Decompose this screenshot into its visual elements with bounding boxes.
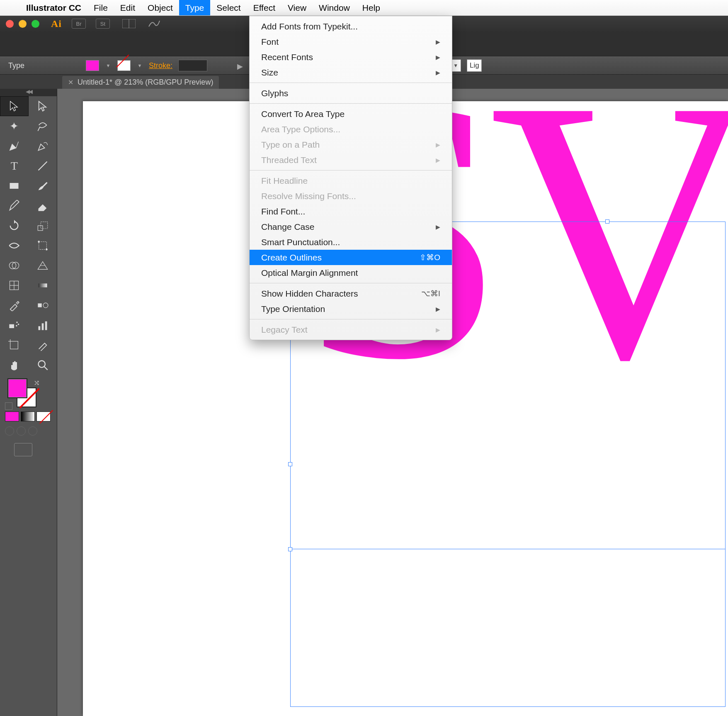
menubar-type[interactable]: Type <box>179 0 211 15</box>
selection-handle[interactable] <box>288 462 292 466</box>
svg-line-28 <box>44 367 47 370</box>
perspective-tool[interactable] <box>29 256 57 275</box>
artboard-tool[interactable] <box>0 335 29 355</box>
width-tool[interactable] <box>0 236 29 256</box>
menu-item-create-outlines[interactable]: Create Outlines⇧⌘O <box>250 250 452 265</box>
stroke-color-swatch[interactable] <box>117 60 131 71</box>
svg-rect-3 <box>10 183 19 189</box>
menu-item-recent-fonts[interactable]: Recent Fonts▶ <box>250 49 452 65</box>
rotate-tool[interactable] <box>0 216 29 236</box>
gpu-icon[interactable] <box>148 19 160 28</box>
fill-color-swatch[interactable] <box>86 60 99 71</box>
gradient-tool[interactable] <box>29 275 57 295</box>
draw-behind-icon[interactable] <box>17 426 26 436</box>
color-mode-none[interactable] <box>36 412 51 421</box>
svg-rect-22 <box>41 323 44 330</box>
menu-item-convert-to-area-type[interactable]: Convert To Area Type <box>250 106 452 122</box>
menubar-help[interactable]: Help <box>356 0 386 15</box>
stroke-label[interactable]: Stroke: <box>149 61 172 70</box>
menu-item-type-orientation[interactable]: Type Orientation▶ <box>250 301 452 317</box>
close-window-icon[interactable] <box>6 20 14 28</box>
menu-item-change-case[interactable]: Change Case▶ <box>250 219 452 234</box>
arrange-documents-icon[interactable] <box>122 19 136 28</box>
menubar-window[interactable]: Window <box>313 0 356 15</box>
menubar-view[interactable]: View <box>281 0 313 15</box>
bridge-icon[interactable]: Br <box>72 19 86 29</box>
type-tool[interactable]: T <box>0 156 29 176</box>
stroke-weight-input[interactable] <box>178 60 207 71</box>
lasso-tool[interactable] <box>29 116 57 136</box>
menubar-file[interactable]: File <box>87 0 114 15</box>
menubar-effect[interactable]: Effect <box>247 0 281 15</box>
curvature-tool[interactable] <box>29 136 57 156</box>
blend-tool[interactable] <box>29 295 57 315</box>
fill-stroke-indicator[interactable]: ⤭ <box>7 378 36 407</box>
minimize-window-icon[interactable] <box>19 20 27 28</box>
magic-wand-tool[interactable]: ✦ <box>0 116 29 136</box>
svg-rect-24 <box>10 341 18 349</box>
stroke-dropdown-icon[interactable]: ▼ <box>136 62 143 69</box>
menubar-edit[interactable]: Edit <box>114 0 141 15</box>
menubar-app-name[interactable]: Illustrator CC <box>20 0 87 15</box>
selection-handle[interactable] <box>288 547 292 551</box>
shape-builder-tool[interactable] <box>0 256 29 275</box>
hand-tool[interactable] <box>0 355 29 375</box>
stock-icon[interactable]: St <box>96 19 110 29</box>
nav-arrow-icon[interactable]: ▶ <box>237 62 245 69</box>
menu-item-glyphs[interactable]: Glyphs <box>250 85 452 101</box>
panel-collapse-icon[interactable] <box>0 89 57 96</box>
document-tab[interactable]: ✕ Untitled-1* @ 213% (RGB/GPU Preview) <box>62 76 219 89</box>
menu-item-find-font[interactable]: Find Font... <box>250 204 452 219</box>
mesh-tool[interactable] <box>0 275 29 295</box>
selection-handle[interactable] <box>605 219 609 224</box>
type-menu-dropdown: Add Fonts from Typekit...Font▶Recent Fon… <box>249 16 452 340</box>
submenu-arrow-icon: ▶ <box>436 141 440 148</box>
zoom-window-icon[interactable] <box>32 20 39 28</box>
window-controls <box>6 20 39 28</box>
fill-dropdown-icon[interactable]: ▼ <box>105 62 112 69</box>
selection-tool[interactable] <box>0 96 29 116</box>
menu-item-size[interactable]: Size▶ <box>250 65 452 80</box>
draw-inside-icon[interactable] <box>28 426 37 436</box>
color-mode-row <box>5 412 52 421</box>
close-tab-icon[interactable]: ✕ <box>68 78 73 86</box>
menu-item-resolve-missing-fonts: Resolve Missing Fonts... <box>250 188 452 204</box>
color-mode-gradient[interactable] <box>21 412 35 421</box>
direct-selection-tool[interactable] <box>29 96 57 116</box>
menu-item-font[interactable]: Font▶ <box>250 34 452 49</box>
color-mode-solid[interactable] <box>5 412 19 421</box>
menu-item-label: Fit Headline <box>261 176 308 186</box>
draw-mode-row <box>5 426 52 436</box>
menu-separator <box>250 103 452 104</box>
line-tool[interactable] <box>29 156 57 176</box>
pencil-tool[interactable] <box>0 196 29 216</box>
paintbrush-tool[interactable] <box>29 176 57 196</box>
screen-mode-icon[interactable] <box>14 443 32 456</box>
menu-item-label: Show Hidden Characters <box>261 289 358 299</box>
menubar-select[interactable]: Select <box>210 0 247 15</box>
submenu-arrow-icon: ▶ <box>436 326 440 333</box>
menubar-object[interactable]: Object <box>141 0 179 15</box>
symbol-sprayer-tool[interactable] <box>0 315 29 335</box>
swap-fill-stroke-icon[interactable]: ⤭ <box>34 378 40 387</box>
menu-item-show-hidden-characters[interactable]: Show Hidden Characters⌥⌘I <box>250 286 452 301</box>
menu-item-add-fonts-from-typekit[interactable]: Add Fonts from Typekit... <box>250 19 452 34</box>
default-fill-stroke-icon[interactable] <box>5 402 12 410</box>
pen-tool[interactable] <box>0 136 29 156</box>
menu-item-smart-punctuation[interactable]: Smart Punctuation... <box>250 234 452 250</box>
slice-tool[interactable] <box>29 335 57 355</box>
menu-item-type-on-a-path: Type on a Path▶ <box>250 137 452 152</box>
eyedropper-tool[interactable] <box>0 295 29 315</box>
fill-indicator[interactable] <box>7 378 27 398</box>
eraser-tool[interactable] <box>29 196 57 216</box>
draw-normal-icon[interactable] <box>5 426 14 436</box>
menu-item-optical-margin-alignment[interactable]: Optical Margin Alignment <box>250 265 452 280</box>
scale-tool[interactable] <box>29 216 57 236</box>
menu-item-label: Optical Margin Alignment <box>261 268 358 278</box>
free-transform-tool[interactable] <box>29 236 57 256</box>
graph-tool[interactable] <box>29 315 57 335</box>
rectangle-tool[interactable] <box>0 176 29 196</box>
submenu-arrow-icon: ▶ <box>436 69 440 76</box>
menu-item-shortcut: ⌥⌘I <box>421 289 440 298</box>
zoom-tool[interactable] <box>29 355 57 375</box>
